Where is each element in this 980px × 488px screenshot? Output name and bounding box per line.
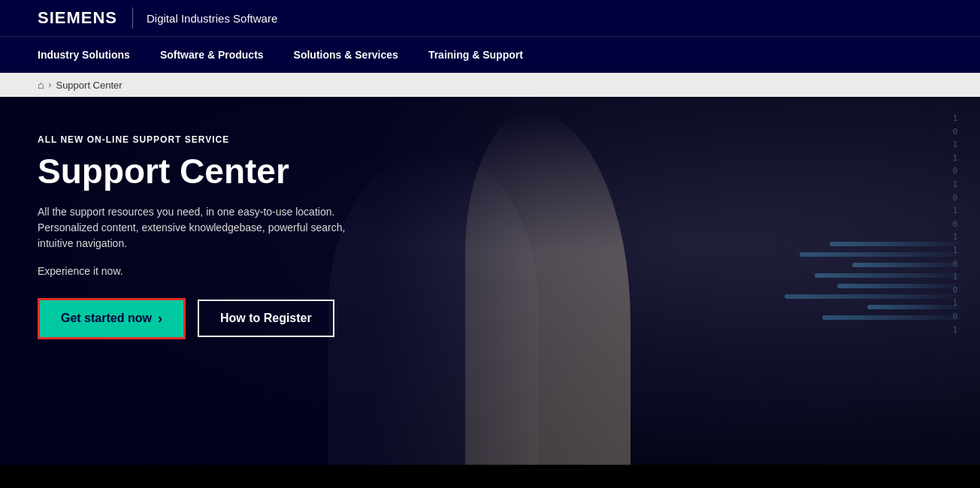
hero-buttons: Get started now › How to Register	[38, 298, 383, 339]
breadcrumb-current: Support Center	[56, 80, 122, 91]
chevron-right-icon: ›	[158, 311, 162, 327]
hero-title: Support Center	[38, 152, 383, 191]
main-nav: Industry Solutions Software & Products S…	[0, 37, 980, 73]
hero-content: ALL NEW ON-LINE SUPPORT SERVICE Support …	[0, 97, 421, 377]
home-icon[interactable]: ⌂	[38, 79, 44, 91]
get-started-button[interactable]: Get started now ›	[38, 298, 186, 339]
hero-tagline: Experience it now.	[38, 265, 383, 277]
get-started-label: Get started now	[61, 312, 152, 325]
siemens-logo: SIEMENS	[38, 8, 117, 28]
breadcrumb-arrow: ›	[48, 80, 51, 90]
nav-item-training-support[interactable]: Training & Support	[428, 37, 538, 73]
nav-item-solutions-services[interactable]: Solutions & Services	[294, 37, 413, 73]
nav-item-industry-solutions[interactable]: Industry Solutions	[38, 37, 145, 73]
header-subtitle: Digital Industries Software	[147, 12, 277, 25]
how-to-register-label: How to Register	[220, 312, 312, 324]
hero-section: 10110101011010101 ALL NEW ON-LINE SUPPOR…	[0, 97, 980, 465]
header: SIEMENS Digital Industries Software Indu…	[0, 0, 980, 73]
how-to-register-button[interactable]: How to Register	[198, 300, 334, 337]
hero-eyebrow: ALL NEW ON-LINE SUPPORT SERVICE	[38, 134, 383, 145]
header-top: SIEMENS Digital Industries Software	[0, 0, 980, 37]
hero-description: All the support resources you need, in o…	[38, 204, 383, 252]
header-divider	[132, 8, 133, 29]
nav-item-software-products[interactable]: Software & Products	[160, 37, 279, 73]
breadcrumb: ⌂ › Support Center	[0, 73, 980, 97]
